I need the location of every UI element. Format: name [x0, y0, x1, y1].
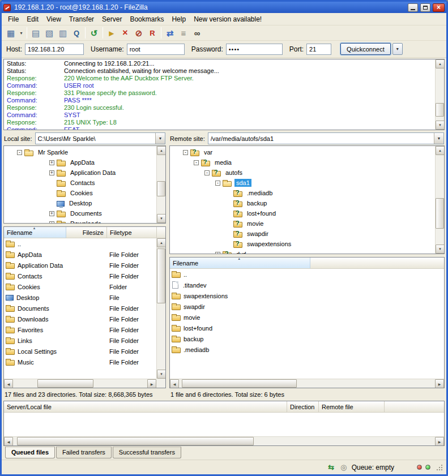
chevron-down-icon[interactable]: ▼ [434, 133, 443, 144]
queue-hscrollbar[interactable]: ◀ ▶ [4, 436, 444, 445]
menu-item-view[interactable]: View [42, 14, 65, 25]
column-header-filename[interactable]: Filename▲ [4, 227, 66, 238]
tree-item-sda1[interactable]: -sda1 [170, 178, 434, 188]
tree-item-dvd[interactable]: +dvd [170, 249, 434, 254]
toolbar-cancel-button[interactable]: × [118, 27, 132, 40]
scroll-right-button[interactable]: ▶ [147, 379, 156, 388]
port-input[interactable] [306, 44, 331, 55]
scroll-thumb[interactable] [436, 103, 444, 117]
tree-item-documents[interactable]: +Documents [4, 208, 156, 218]
column-header-remote-file[interactable]: Remote file [319, 401, 385, 412]
file-row-contacts[interactable]: ContactsFile Folder [4, 271, 156, 281]
expander-minus-icon[interactable]: - [194, 160, 199, 165]
toolbar-toggle-remote-tree-button[interactable]: ▥ [56, 27, 70, 40]
tree-item-swapextensions[interactable]: swapextensions [170, 239, 434, 249]
scroll-down-button[interactable]: ▼ [157, 214, 166, 223]
title-bar[interactable]: 192.168.1.20 - root@192.168.1.20 - FileZ… [2, 2, 446, 13]
file-row-backup[interactable]: backup [170, 333, 444, 344]
quickconnect-button[interactable]: Quickconnect [340, 43, 391, 55]
tree-item-autofs[interactable]: -autofs [170, 168, 434, 178]
minimize-button[interactable] [408, 3, 418, 12]
scroll-track[interactable] [436, 68, 444, 121]
chevron-down-icon[interactable]: ▼ [155, 133, 165, 144]
scroll-left-button[interactable]: ◀ [4, 437, 13, 446]
scroll-right-button[interactable]: ▶ [435, 379, 444, 388]
password-input[interactable] [226, 44, 283, 55]
toolbar-directory-comparison-button[interactable]: ⇄ [163, 27, 177, 40]
expander-plus-icon[interactable]: + [49, 221, 54, 224]
tree-item-lost-found[interactable]: lost+found [170, 208, 434, 218]
menu-item-file[interactable]: File [4, 14, 23, 25]
column-header-filename[interactable]: Filename▲ [170, 258, 310, 268]
scroll-thumb[interactable] [436, 198, 444, 229]
remote-list-hscrollbar[interactable]: ◀ ▶ [170, 379, 444, 388]
quickconnect-dropdown-button[interactable]: ▼ [392, 43, 403, 55]
username-input[interactable] [127, 44, 185, 55]
menu-item-edit[interactable]: Edit [23, 14, 42, 25]
scroll-thumb[interactable] [157, 181, 165, 196]
menu-item-server[interactable]: Server [98, 14, 126, 25]
file-row-links[interactable]: LinksFile Folder [4, 335, 156, 346]
tree-item-mediadb[interactable]: .mediadb [170, 188, 434, 198]
scroll-up-button[interactable]: ▲ [436, 146, 445, 155]
tree-item-downloads[interactable]: +Downloads [4, 218, 156, 223]
tab-failed-transfers[interactable]: Failed transfers [56, 447, 112, 458]
toolbar-toggle-message-log-button[interactable]: ▤ [29, 27, 42, 40]
expander-minus-icon[interactable]: - [17, 150, 22, 155]
scroll-down-button[interactable]: ▼ [436, 121, 445, 130]
local-list-vscrollbar[interactable]: ▲ ▼ [156, 238, 165, 379]
host-input[interactable] [25, 44, 84, 55]
toolbar-toggle-local-tree-button[interactable]: ▧ [42, 27, 56, 40]
file-row-desktop[interactable]: DesktopFile [4, 292, 156, 303]
column-header-filetype[interactable]: Filetype [107, 227, 157, 238]
toolbar-refresh-button[interactable]: ↺ [87, 27, 101, 40]
tree-item-swapdir[interactable]: swapdir [170, 229, 434, 239]
file-row-appdata[interactable]: AppDataFile Folder [4, 249, 156, 260]
tab-queued-files[interactable]: Queued files [5, 447, 55, 458]
expander-minus-icon[interactable]: - [215, 181, 220, 186]
remote-tree-scrollbar[interactable]: ▲ ▼ [435, 146, 444, 254]
file-row-application-data[interactable]: Application DataFile Folder [4, 260, 156, 271]
scroll-down-button[interactable]: ▼ [157, 370, 166, 379]
toolbar-process-queue-button[interactable]: ► [105, 27, 118, 40]
menu-item-new-version-available[interactable]: New version available! [190, 14, 266, 25]
scroll-track[interactable] [157, 155, 165, 214]
file-row-favorites[interactable]: FavoritesFile Folder [4, 324, 156, 335]
scroll-thumb[interactable] [37, 379, 94, 388]
expander-plus-icon[interactable]: + [215, 252, 220, 254]
local-site-combo[interactable]: C:\Users\Mr Sparkle\ ▼ [35, 132, 165, 144]
tree-item-application-data[interactable]: +Application Data [4, 168, 156, 178]
tree-item-cookies[interactable]: Cookies [4, 188, 156, 198]
scroll-up-button[interactable]: ▲ [436, 59, 445, 68]
toolbar-site-manager-dropdown[interactable]: ▾ [18, 27, 25, 40]
file-row-item[interactable]: .. [4, 238, 156, 249]
local-tree-scrollbar[interactable]: ▲ ▼ [156, 146, 165, 223]
tab-successful-transfers[interactable]: Successful transfers [113, 447, 181, 458]
expander-minus-icon[interactable]: - [183, 150, 188, 155]
expander-plus-icon[interactable]: + [49, 211, 54, 216]
scroll-thumb[interactable] [157, 248, 165, 303]
file-row-swapdir[interactable]: swapdir [170, 301, 444, 312]
scroll-track[interactable] [13, 379, 147, 388]
scroll-thumb[interactable] [182, 379, 297, 388]
column-header-filesize[interactable]: Filesize [66, 227, 107, 238]
tree-item-backup[interactable]: backup [170, 198, 434, 208]
speed-limit-icon[interactable]: ◎ [339, 464, 348, 471]
expander-plus-icon[interactable]: + [49, 160, 54, 165]
transfer-activity-icon[interactable]: ⇆ [327, 464, 336, 471]
tree-item-contacts[interactable]: Contacts [4, 178, 156, 188]
file-row-mediadb[interactable]: .mediadb [170, 344, 444, 355]
maximize-button[interactable] [420, 3, 430, 12]
scroll-up-button[interactable]: ▲ [157, 146, 166, 155]
file-row-movie[interactable]: movie [170, 312, 444, 323]
expander-plus-icon[interactable]: + [49, 170, 54, 175]
tree-item-desktop[interactable]: Desktop [4, 198, 156, 208]
tree-item-mr-sparkle[interactable]: -Mr Sparkle [4, 147, 156, 157]
toolbar-synchronized-browsing-button[interactable]: ≡ [177, 27, 190, 40]
scroll-track[interactable] [179, 379, 435, 388]
file-row-downloads[interactable]: DownloadsFile Folder [4, 314, 156, 324]
expander-minus-icon[interactable]: - [204, 170, 210, 175]
scroll-right-button[interactable]: ▶ [435, 437, 444, 446]
scroll-left-button[interactable]: ◀ [170, 379, 179, 388]
scroll-track[interactable] [157, 247, 165, 370]
